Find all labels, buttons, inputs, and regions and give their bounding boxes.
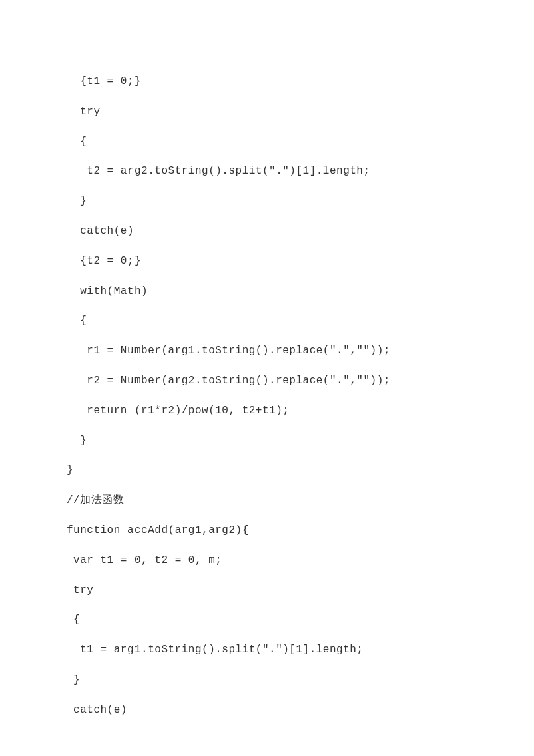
code-line: try xyxy=(67,576,467,606)
code-line: var t1 = 0, t2 = 0, m; xyxy=(67,546,467,576)
code-line: with(Math) xyxy=(67,276,467,307)
code-line: catch(e) xyxy=(67,216,467,246)
code-line: t1 = arg1.toString().split(".")[1].lengt… xyxy=(67,635,467,665)
code-line: function accAdd(arg1,arg2){ xyxy=(67,516,467,546)
code-line: {t1 = 0;} xyxy=(67,67,467,97)
code-line: } xyxy=(67,665,467,695)
code-line: catch(e) xyxy=(67,695,467,725)
code-line: r1 = Number(arg1.toString().replace(".",… xyxy=(67,336,467,366)
code-line: return (r1*r2)/pow(10, t2+t1); xyxy=(67,396,467,426)
code-line: { xyxy=(67,605,467,635)
code-line: t2 = arg2.toString().split(".")[1].lengt… xyxy=(67,156,467,186)
code-line: } xyxy=(67,426,467,456)
code-line: } xyxy=(67,455,467,486)
code-line: { xyxy=(67,306,467,336)
code-line: r2 = Number(arg2.toString().replace(".",… xyxy=(67,366,467,396)
code-block: {t1 = 0;} try { t2 = arg2.toString().spl… xyxy=(67,67,467,725)
code-line: { xyxy=(67,127,467,157)
code-line: } xyxy=(67,186,467,216)
code-line: try xyxy=(67,97,467,127)
code-line: {t2 = 0;} xyxy=(67,246,467,276)
code-line: //加法函数 xyxy=(67,486,467,516)
